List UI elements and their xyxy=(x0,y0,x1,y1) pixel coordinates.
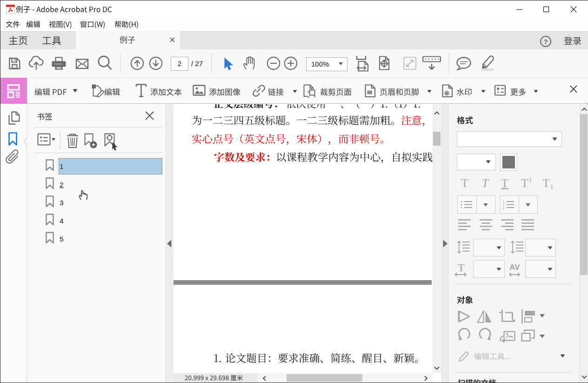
svg-text:T: T xyxy=(458,262,465,274)
svg-text:?: ? xyxy=(543,38,548,46)
svg-text:3: 3 xyxy=(502,207,505,211)
svg-text:T: T xyxy=(521,176,528,190)
svg-text:T: T xyxy=(501,176,508,190)
svg-text:T: T xyxy=(542,176,550,190)
svg-text:AV: AV xyxy=(509,263,520,272)
svg-text:T: T xyxy=(482,176,489,190)
svg-text:1: 1 xyxy=(529,177,532,184)
svg-text:T: T xyxy=(461,176,468,190)
svg-text:1: 1 xyxy=(550,183,554,190)
